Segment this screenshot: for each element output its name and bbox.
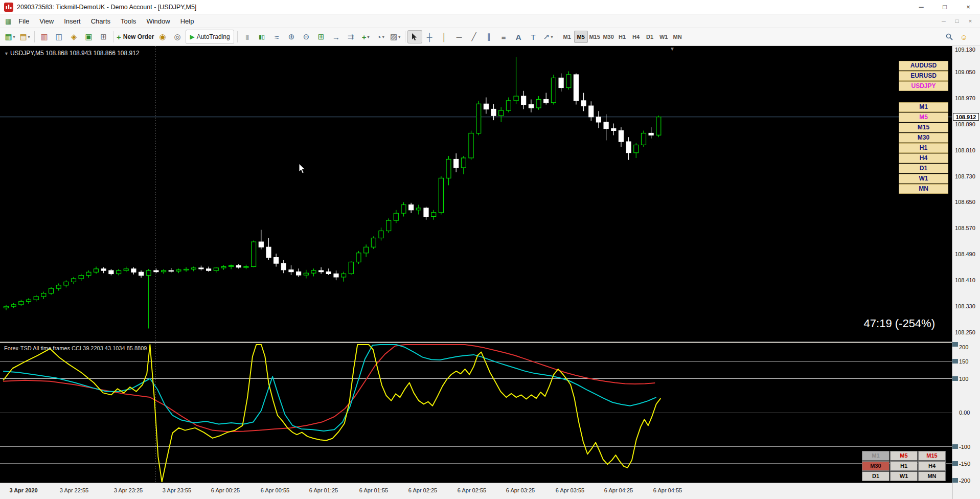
candle-body bbox=[244, 267, 248, 268]
menu-window[interactable]: Window bbox=[141, 14, 175, 28]
candlestick-chart-button[interactable]: ▮▯ bbox=[255, 30, 269, 43]
chevron-down-icon: ▾ bbox=[368, 35, 370, 39]
time-axis-label: 6 Apr 00:55 bbox=[261, 487, 289, 493]
window-title: 2090373583: Tickmill-DemoUK - Demo Accou… bbox=[17, 4, 196, 11]
templates-button[interactable]: ▨▾ bbox=[388, 30, 403, 43]
toolbox-button[interactable]: ▣ bbox=[81, 30, 96, 43]
side-timeframe-d1[interactable]: D1 bbox=[899, 164, 948, 173]
toolbar-timeframe-w1[interactable]: W1 bbox=[657, 31, 671, 43]
candle-body bbox=[259, 242, 263, 247]
toolbar-timeframe-m30[interactable]: M30 bbox=[602, 31, 616, 43]
side-timeframe-mn[interactable]: MN bbox=[899, 184, 948, 194]
menu-view[interactable]: View bbox=[34, 14, 59, 28]
time-axis-label: 6 Apr 03:55 bbox=[556, 487, 584, 493]
child-restore-button[interactable]: □ bbox=[950, 15, 964, 27]
side-timeframe-m1[interactable]: M1 bbox=[899, 102, 948, 112]
strategy-tester-button[interactable]: ⊞ bbox=[96, 30, 111, 43]
new-order-button[interactable]: +New Order bbox=[116, 30, 155, 43]
trendline-button[interactable]: ╱ bbox=[467, 30, 482, 43]
toolbar-timeframe-d1[interactable]: D1 bbox=[643, 31, 657, 43]
autotrading-button[interactable]: ▶AutoTrading bbox=[186, 30, 234, 44]
search-button[interactable] bbox=[942, 30, 956, 43]
price-chart[interactable] bbox=[0, 46, 952, 342]
toolbar-timeframe-m15[interactable]: M15 bbox=[588, 31, 602, 43]
price-axis[interactable]: 108.912 109.130109.050108.970108.890108.… bbox=[952, 46, 980, 499]
side-timeframe-w1[interactable]: W1 bbox=[899, 174, 948, 184]
maximize-button[interactable]: □ bbox=[933, 0, 956, 14]
chart-shift-marker-icon[interactable]: ▼ bbox=[670, 46, 675, 52]
fibonacci-button[interactable]: ≡ bbox=[496, 30, 511, 43]
vertical-line-button[interactable]: │ bbox=[437, 30, 452, 43]
side-timeframe-h4[interactable]: H4 bbox=[899, 153, 948, 163]
market-button[interactable]: ◎ bbox=[170, 30, 185, 43]
chevron-down-icon: ▾ bbox=[13, 35, 15, 39]
horizontal-line-button[interactable]: ─ bbox=[452, 30, 467, 43]
auto-scroll-button[interactable]: → bbox=[329, 30, 344, 43]
tile-windows-button[interactable]: ⊞ bbox=[314, 30, 329, 43]
zoom-in-button[interactable]: ⊕ bbox=[284, 30, 299, 43]
close-button[interactable]: × bbox=[956, 0, 980, 14]
symbol-button-stack: AUDUSDEURUSDUSDJPY bbox=[899, 61, 948, 92]
new-chart-button[interactable]: ▦▾ bbox=[3, 30, 17, 43]
horizontal-line-icon: ─ bbox=[457, 33, 462, 41]
zoom-out-button[interactable]: ⊖ bbox=[299, 30, 314, 43]
indicator-tf-m5[interactable]: M5 bbox=[890, 451, 918, 461]
indicator-tf-d1[interactable]: D1 bbox=[862, 471, 890, 481]
collapse-icon[interactable]: ▼ bbox=[4, 51, 9, 56]
side-timeframe-m5[interactable]: M5 bbox=[899, 112, 948, 122]
side-timeframe-m15[interactable]: M15 bbox=[899, 123, 948, 132]
menu-tools[interactable]: Tools bbox=[116, 14, 141, 28]
cursor-button[interactable] bbox=[407, 30, 422, 43]
indicator-tf-m30[interactable]: M30 bbox=[862, 461, 890, 471]
expert-advisor-icon: ◉ bbox=[159, 32, 166, 41]
profiles-button[interactable]: ▤▾ bbox=[17, 30, 32, 43]
indicator-tf-w1[interactable]: W1 bbox=[890, 471, 918, 481]
indicator-tf-m15[interactable]: M15 bbox=[918, 451, 946, 461]
toolbar-timeframe-h4[interactable]: H4 bbox=[629, 31, 643, 43]
indicators-icon: + bbox=[362, 33, 367, 41]
time-axis[interactable]: 3 Apr 20203 Apr 22:553 Apr 23:253 Apr 23… bbox=[0, 483, 952, 499]
side-timeframe-h1[interactable]: H1 bbox=[899, 143, 948, 153]
text-label-button[interactable]: T bbox=[526, 30, 541, 43]
menu-insert[interactable]: Insert bbox=[59, 14, 86, 28]
indicator-chart[interactable] bbox=[0, 343, 952, 482]
candle-body bbox=[514, 96, 518, 101]
symbol-button-audusd[interactable]: AUDUSD bbox=[899, 61, 948, 71]
market-watch-button[interactable]: ▥ bbox=[37, 30, 52, 43]
navigator-button[interactable]: ◈ bbox=[66, 30, 81, 43]
arrows-button[interactable]: ↗▾ bbox=[541, 30, 556, 43]
indicator-tf-m1[interactable]: M1 bbox=[862, 451, 890, 461]
menu-file[interactable]: File bbox=[13, 14, 34, 28]
child-minimize-button[interactable]: ─ bbox=[937, 15, 950, 27]
chevron-down-icon: ▾ bbox=[398, 35, 400, 39]
panel-splitter[interactable] bbox=[0, 342, 952, 343]
toolbar-timeframe-m5[interactable]: M5 bbox=[574, 31, 588, 43]
toolbar-timeframe-m1[interactable]: M1 bbox=[560, 31, 574, 43]
data-window-button[interactable]: ◫ bbox=[52, 30, 66, 43]
channel-button[interactable]: ∥ bbox=[482, 30, 496, 43]
text-button[interactable]: A bbox=[511, 30, 526, 43]
side-timeframe-m30[interactable]: M30 bbox=[899, 133, 948, 143]
indicator-tf-mn[interactable]: MN bbox=[918, 471, 946, 481]
symbol-button-usdjpy[interactable]: USDJPY bbox=[899, 81, 948, 91]
indicator-tf-h1[interactable]: H1 bbox=[890, 461, 918, 471]
toolbar-timeframe-mn[interactable]: MN bbox=[671, 31, 685, 43]
crosshair-button[interactable]: ┼ bbox=[422, 30, 437, 43]
periods-button[interactable]: ◔▾ bbox=[373, 30, 388, 43]
menu-charts[interactable]: Charts bbox=[86, 14, 116, 28]
indicator-tf-h4[interactable]: H4 bbox=[918, 461, 946, 471]
expert-advisors-button[interactable]: ◉ bbox=[155, 30, 170, 43]
community-button[interactable]: ☺ bbox=[956, 30, 971, 43]
minimize-button[interactable]: ─ bbox=[909, 0, 933, 14]
menu-help[interactable]: Help bbox=[175, 14, 199, 28]
toolbar-timeframe-h1[interactable]: H1 bbox=[616, 31, 629, 43]
chart-area[interactable]: ▼USDJPY,M5 108.868 108.943 108.866 108.9… bbox=[0, 46, 980, 499]
bar-chart-button[interactable]: ||| bbox=[240, 30, 255, 43]
time-axis-label: 3 Apr 23:25 bbox=[114, 487, 143, 493]
line-chart-button[interactable]: ≈ bbox=[269, 30, 284, 43]
child-close-button[interactable]: × bbox=[964, 15, 977, 27]
chart-shift-button[interactable]: ⇉ bbox=[344, 30, 358, 43]
indicators-button[interactable]: +▾ bbox=[358, 30, 373, 43]
play-icon: ▶ bbox=[190, 33, 194, 40]
symbol-button-eurusd[interactable]: EURUSD bbox=[899, 71, 948, 81]
